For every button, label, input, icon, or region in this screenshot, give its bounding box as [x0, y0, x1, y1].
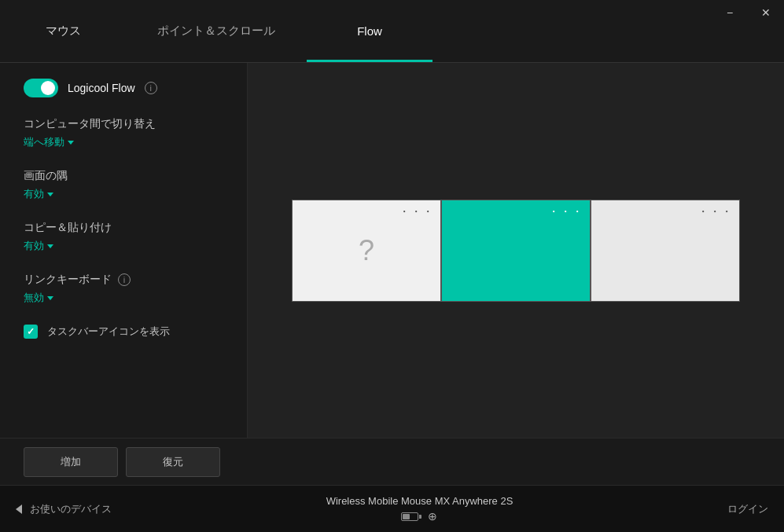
minimize-button[interactable]: − — [712, 0, 748, 25]
linked-keyboard-title: リンクキーボード i — [24, 273, 223, 287]
taskbar-icon-checkbox[interactable]: ✓ — [24, 325, 38, 339]
action-bar: 増加 復元 — [0, 438, 784, 485]
linked-keyboard-value[interactable]: 無効 — [24, 291, 53, 305]
sidebar: Logicool Flow i コンピュータ間で切り替え 端へ移動 画面の隅 有… — [0, 63, 248, 438]
switch-computers-chevron — [68, 141, 74, 145]
taskbar-icon-row: ✓ タスクバーアイコンを表示 — [24, 325, 223, 339]
linked-keyboard-chevron — [47, 296, 53, 300]
battery-body — [401, 512, 418, 521]
flow-toggle-label: Logicool Flow — [68, 82, 135, 94]
card-menu-2[interactable]: ・・・ — [548, 205, 583, 219]
flow-info-icon[interactable]: i — [145, 82, 157, 94]
switch-computers-group: コンピュータ間で切り替え 端へ移動 — [24, 117, 223, 149]
add-button[interactable]: 増加 — [24, 447, 118, 477]
back-chevron-icon — [16, 504, 22, 514]
main-layout: Logicool Flow i コンピュータ間で切り替え 端へ移動 画面の隅 有… — [0, 63, 784, 438]
card-menu-3[interactable]: ・・・ — [698, 205, 733, 219]
copy-paste-value[interactable]: 有効 — [24, 239, 53, 253]
screen-corner-value[interactable]: 有効 — [24, 187, 53, 201]
question-mark-icon: ? — [359, 234, 374, 267]
computer-card-unknown: ・・・ ? — [292, 200, 441, 302]
tab-point-scroll[interactable]: ポイント＆スクロール — [126, 0, 307, 62]
footer-device-name: Wireless Mobile Mouse MX Anywhere 2S — [326, 495, 513, 507]
linked-keyboard-group: リンクキーボード i 無効 — [24, 273, 223, 305]
content-area: ・・・ ? ・・・ ・・・ — [248, 63, 784, 438]
checkbox-check-icon: ✓ — [27, 326, 35, 337]
footer-back[interactable]: お使いのデバイス — [16, 502, 112, 516]
footer-back-label: お使いのデバイス — [30, 502, 112, 516]
linked-keyboard-info-icon[interactable]: i — [118, 273, 131, 286]
screen-corner-title: 画面の隅 — [24, 169, 223, 183]
switch-computers-title: コンピュータ間で切り替え — [24, 117, 223, 131]
copy-paste-chevron — [47, 244, 53, 248]
footer: お使いのデバイス Wireless Mobile Mouse MX Anywhe… — [0, 485, 784, 532]
close-button[interactable]: ✕ — [748, 0, 784, 25]
flow-toggle[interactable] — [24, 79, 58, 97]
footer-center: Wireless Mobile Mouse MX Anywhere 2S ⊕ — [326, 495, 513, 523]
footer-device-icons: ⊕ — [401, 510, 437, 523]
battery-icon — [401, 512, 421, 521]
tab-mouse[interactable]: マウス — [0, 0, 126, 62]
computer-strip: ・・・ ? ・・・ ・・・ — [292, 200, 740, 302]
battery-tip — [419, 515, 421, 519]
computer-card-empty: ・・・ — [591, 200, 740, 302]
screen-corner-chevron — [47, 193, 53, 196]
card-menu-1[interactable]: ・・・ — [399, 205, 434, 219]
battery-fill — [403, 514, 410, 519]
unifying-icon: ⊕ — [428, 510, 437, 523]
footer-login[interactable]: ログイン — [727, 502, 768, 516]
title-bar: − ✕ — [712, 0, 784, 25]
copy-paste-group: コピー＆貼り付け 有効 — [24, 221, 223, 253]
screen-corner-group: 画面の隅 有効 — [24, 169, 223, 201]
copy-paste-title: コピー＆貼り付け — [24, 221, 223, 235]
navigation-tabs: マウス ポイント＆スクロール Flow — [0, 0, 784, 63]
tab-flow[interactable]: Flow — [307, 0, 432, 62]
restore-button[interactable]: 復元 — [126, 447, 220, 477]
flow-toggle-row: Logicool Flow i — [24, 79, 223, 97]
switch-computers-value[interactable]: 端へ移動 — [24, 135, 74, 149]
taskbar-icon-label: タスクバーアイコンを表示 — [47, 325, 170, 339]
computer-card-active: ・・・ — [441, 200, 591, 302]
